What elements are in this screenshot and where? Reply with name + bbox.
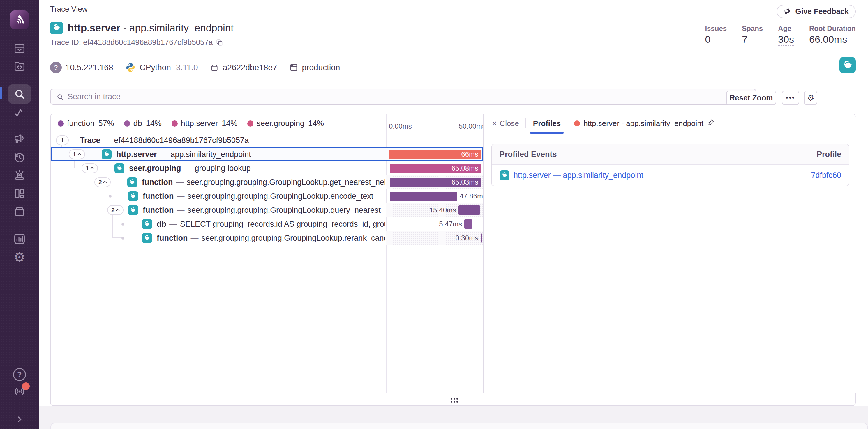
profile-id-link[interactable]: 7dfbfc60 xyxy=(811,171,841,180)
span-bar[interactable] xyxy=(459,205,480,215)
tab-profiles[interactable]: Profiles xyxy=(529,114,565,133)
span-color-dot xyxy=(574,121,580,126)
span-bar-label: 0.30ms xyxy=(455,231,478,245)
meta-environment[interactable]: production xyxy=(289,63,340,72)
issues-icon xyxy=(13,42,26,55)
trace-row-db-select[interactable]: db— SELECT grouping_records.id AS groupi… xyxy=(51,217,483,231)
clock-rewind-icon xyxy=(13,151,26,164)
search-icon xyxy=(13,87,26,101)
title-transaction: app.similarity_endpoint xyxy=(129,22,234,33)
profiled-event-link[interactable]: http.server — app.similarity_endpoint xyxy=(514,171,644,180)
axis-tick-0: 0.00ms xyxy=(389,122,412,130)
span-bar-label: 66ms xyxy=(461,147,478,161)
bottom-drawer-handle[interactable] xyxy=(50,423,868,429)
sidebar-item-dashboards[interactable] xyxy=(0,187,39,200)
sidebar-item-releases[interactable] xyxy=(0,205,39,218)
sidebar-item-replays[interactable] xyxy=(0,151,39,164)
close-panel-button[interactable]: × Close xyxy=(489,119,523,128)
active-nav-highlight xyxy=(8,85,31,104)
seer-span-icon xyxy=(142,233,152,243)
sidebar-item-settings[interactable]: ⚙ xyxy=(0,251,39,264)
span-details-panel: × Close Profiles http.server - app.simil… xyxy=(483,114,856,394)
sidebar-item-issues[interactable] xyxy=(0,42,39,55)
meta-release[interactable]: a2622dbe18e7 xyxy=(210,63,277,72)
seer-span-icon xyxy=(142,219,152,229)
sidebar-item-whats-new[interactable] xyxy=(0,385,39,399)
megaphone-icon xyxy=(13,133,26,146)
sidebar: ⚙ ? xyxy=(0,0,39,429)
more-options-button[interactable]: ••• xyxy=(782,91,799,105)
span-bar-label: 65.03ms xyxy=(452,175,478,189)
legend-item: http.server14% xyxy=(172,119,238,128)
sidebar-item-explore[interactable] xyxy=(0,85,39,104)
seer-span-icon xyxy=(128,191,138,201)
sidebar-item-alerts[interactable] xyxy=(0,168,39,182)
chevron-right-icon xyxy=(14,414,25,425)
trace-row-function-rerank[interactable]: function— seer.grouping.grouping.Groupin… xyxy=(51,231,483,245)
legend-item: seer.grouping14% xyxy=(247,119,324,128)
sidebar-collapse-toggle[interactable] xyxy=(0,413,39,426)
main-content: Trace View Give Feedback http.server - a… xyxy=(39,0,868,429)
siren-icon xyxy=(13,168,26,182)
trace-row-root[interactable]: 1 Trace— ef44188d60c1496a89b1767cf9b5057… xyxy=(51,133,483,147)
sentry-logo-icon xyxy=(10,10,29,29)
search-input[interactable] xyxy=(68,92,751,101)
sidebar-item-metrics[interactable] xyxy=(0,106,39,120)
sidebar-item-stats[interactable] xyxy=(0,232,39,245)
axis-tick-50: 50.00ms xyxy=(459,122,483,130)
stats-icon xyxy=(13,232,26,245)
pin-icon[interactable] xyxy=(707,119,714,128)
seer-badge[interactable] xyxy=(839,57,856,73)
span-bar[interactable] xyxy=(464,220,472,229)
seer-span-icon xyxy=(115,163,124,173)
meta-user[interactable]: ? 10.5.221.168 xyxy=(50,62,113,73)
legend-dot xyxy=(247,121,253,127)
seer-span-icon xyxy=(127,177,137,187)
sidebar-item-projects[interactable] xyxy=(0,60,39,73)
reset-zoom-button[interactable]: Reset Zoom xyxy=(726,91,776,105)
drag-handle-icon[interactable] xyxy=(450,397,459,403)
meta-runtime[interactable]: CPython 3.11.0 xyxy=(125,62,198,73)
dashboard-layout-icon xyxy=(13,187,26,200)
span-children-count[interactable]: 2 xyxy=(94,177,111,187)
stat-spans: Spans 7 xyxy=(742,25,763,46)
tab-divider xyxy=(568,119,568,128)
panel-resize-footer[interactable] xyxy=(51,393,855,405)
event-meta-row: ? 10.5.221.168 CPython 3.11.0 a2622dbe18… xyxy=(50,59,340,76)
span-children-count[interactable]: 2 xyxy=(107,205,124,215)
runtime-version: 3.11.0 xyxy=(176,63,198,72)
legend-item: function57% xyxy=(58,119,114,128)
span-bar[interactable] xyxy=(390,192,457,201)
trace-row-function-encode-text[interactable]: function— seer.grouping.grouping.Groupin… xyxy=(51,189,483,203)
span-children-count[interactable]: 1 xyxy=(56,135,69,145)
trace-settings-button[interactable]: ⚙ xyxy=(804,91,817,105)
profiled-events-card: Profiled Events Profile http.server — ap… xyxy=(491,144,849,186)
title-op: http.server xyxy=(68,22,120,33)
give-feedback-button[interactable]: Give Feedback xyxy=(777,5,856,18)
card-column-profile: Profile xyxy=(817,150,841,159)
trace-row-function-get-nearest[interactable]: 2 function— seer.grouping.grouping.Group… xyxy=(51,175,483,189)
window-icon xyxy=(289,63,298,72)
close-icon: × xyxy=(492,119,497,128)
profiled-event-row[interactable]: http.server — app.similarity_endpoint 7d… xyxy=(492,165,849,186)
stat-age: Age 30s xyxy=(778,25,794,46)
sidebar-item-help[interactable]: ? xyxy=(0,368,39,381)
search-icon xyxy=(56,93,64,101)
seer-span-icon xyxy=(50,22,63,34)
trace-row-function-query-nearest[interactable]: 2 function— seer.grouping.grouping.Group… xyxy=(51,203,483,217)
details-tabbar: × Close Profiles http.server - app.simil… xyxy=(484,114,856,133)
tab-divider xyxy=(525,119,526,128)
trace-row-http-server[interactable]: 1 http.server— app.similarity_endpoint 6… xyxy=(51,147,483,161)
sidebar-item-feedback[interactable] xyxy=(0,133,39,146)
span-bar[interactable] xyxy=(480,233,482,243)
pinned-span-tab[interactable]: http.server - app.similarity_endpoint xyxy=(571,119,717,128)
trace-title: http.server - app.similarity_endpoint xyxy=(50,22,234,34)
copy-icon[interactable] xyxy=(216,39,223,46)
zigzag-icon xyxy=(13,106,26,120)
time-axis: 0.00ms 50.00ms xyxy=(386,114,483,133)
span-children-count[interactable]: 1 xyxy=(69,149,85,159)
sidebar-item-home[interactable] xyxy=(0,10,39,29)
span-children-count[interactable]: 1 xyxy=(82,163,98,173)
trace-row-seer-grouping[interactable]: 1 seer.grouping— grouping lookup 65.08ms xyxy=(51,161,483,175)
card-title: Profiled Events xyxy=(499,150,557,159)
